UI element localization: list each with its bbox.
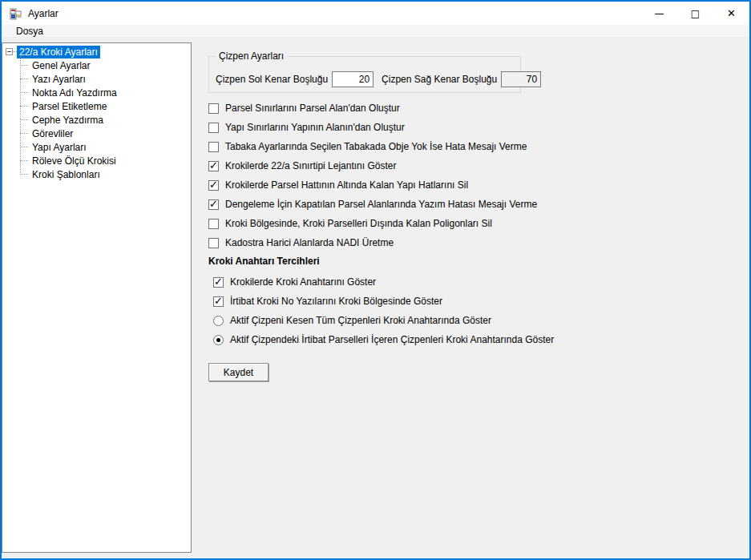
page-title: Ayarlar [28, 8, 59, 19]
left-margin-label: Çizpen Sol Kenar Boşluğu [216, 74, 328, 85]
kroki-anahtari-section-title: Kroki Anahtarı Tercihleri [208, 256, 749, 267]
app-icon [9, 7, 22, 20]
tree-item-roleve-olcu-krokisi[interactable]: Röleve Ölçü Krokisi [2, 154, 191, 167]
checkbox-nadi-uretme[interactable]: Kadostra Harici Alanlarda NADI Üretme [208, 236, 749, 249]
tree-item-22a-kroki-ayarlari[interactable]: 22/a Kroki Ayarları [17, 46, 100, 58]
right-margin-label: Çizpen Sağ Kenar Boşluğu [382, 74, 497, 85]
tree-collapse-icon[interactable]: − [6, 48, 13, 55]
window-controls: — □ ✕ [641, 2, 749, 25]
checkbox-icon [208, 161, 219, 171]
minimize-icon: — [655, 9, 664, 18]
tree-item-genel-ayarlar[interactable]: Genel Ayarlar [2, 58, 191, 72]
tree-item-gorevliler[interactable]: Görevliler [2, 127, 191, 140]
tree-item-parsel-etiketleme[interactable]: Parsel Etiketleme [2, 99, 191, 113]
content-area: − 22/a Kroki Ayarları Genel Ayarlar Yazı… [2, 38, 749, 558]
tree-item-yapi-ayarlari[interactable]: Yapı Ayarları [2, 140, 191, 154]
checkbox-icon [208, 142, 219, 152]
right-margin-input[interactable] [501, 71, 541, 87]
tree-children: Genel Ayarlar Yazı Ayarları Nokta Adı Ya… [2, 58, 191, 181]
radio-icon [213, 316, 224, 326]
checkbox-yapi-hatlarini-sil[interactable]: Krokilerde Parsel Hattının Altında Kalan… [208, 179, 749, 191]
checkbox-tabaka-hata-mesaji[interactable]: Tabaka Ayarlarında Seçilen Tabakada Obje… [208, 140, 749, 153]
settings-window: Ayarlar — □ ✕ Dosya − 22/a Kroki Ayarlar… [0, 0, 751, 560]
checkbox-icon [208, 103, 219, 114]
close-button[interactable]: ✕ [713, 2, 749, 25]
radio-tum-cizpenleri-goster[interactable]: Aktif Çizpeni Kesen Tüm Çizpenleri Kroki… [213, 314, 749, 327]
checkbox-poligonlari-sil[interactable]: Kroki Bölgesinde, Kroki Parselleri Dışın… [208, 217, 749, 230]
checkbox-icon [208, 180, 219, 191]
margin-fields-row: Çizpen Sol Kenar Boşluğu Çizpen Sağ Kena… [216, 71, 520, 87]
main-panel: Çizpen Ayarları Çizpen Sol Kenar Boşluğu… [207, 38, 749, 381]
checkbox-icon [208, 219, 219, 229]
save-button[interactable]: Kaydet [208, 363, 269, 381]
checkbox-irtibat-kroki-no[interactable]: İrtibat Kroki No Yazılarını Kroki Bölges… [213, 295, 749, 308]
checkbox-yapi-sinirlarini-olustur[interactable]: Yapı Sınırlarını Yapının Alanın'dan Oluş… [208, 121, 749, 134]
checkbox-icon [208, 238, 219, 248]
tree-item-kroki-sablonlari[interactable]: Kroki Şablonları [2, 167, 191, 181]
checkbox-icon [208, 123, 219, 133]
cizpen-ayarlari-groupbox: Çizpen Ayarları Çizpen Sol Kenar Boşluğu… [208, 56, 521, 93]
checkbox-sinirtipi-lejanti[interactable]: Krokilerde 22/a Sınırtipi Lejantını Göst… [208, 159, 749, 172]
menu-dosya[interactable]: Dosya [2, 26, 48, 37]
groupbox-title: Çizpen Ayarları [216, 50, 287, 62]
checkbox-kroki-anahtarini-goster[interactable]: Krokilerde Kroki Anahtarını Göster [213, 276, 749, 288]
radio-irtibat-parselleri-goster[interactable]: Aktif Çizpendeki İrtibat Parselleri İçer… [213, 333, 749, 346]
tree-item-yazi-ayarlari[interactable]: Yazı Ayarları [2, 72, 191, 86]
menubar: Dosya [2, 25, 749, 38]
kroki-anahtari-group: Krokilerde Kroki Anahtarını Göster İrtib… [213, 276, 749, 346]
tree-item-nokta-adi-yazdirma[interactable]: Nokta Adı Yazdırma [2, 86, 191, 99]
checkbox-parsel-sinirlarini-olustur[interactable]: Parsel Sınırlarını Parsel Alan'dan Oluşt… [208, 102, 749, 115]
radio-icon [213, 335, 224, 345]
checkbox-dengeleme-yazim-hatasi[interactable]: Dengeleme İçin Kapatılan Parsel Alanları… [208, 198, 749, 211]
checkbox-icon [208, 199, 219, 210]
checkbox-icon [213, 277, 224, 288]
maximize-button[interactable]: □ [677, 2, 713, 25]
titlebar: Ayarlar — □ ✕ [2, 2, 749, 25]
minimize-button[interactable]: — [641, 2, 677, 25]
tree-item-cephe-yazdirma[interactable]: Cephe Yazdırma [2, 113, 191, 127]
maximize-icon: □ [691, 9, 700, 18]
close-icon: ✕ [727, 8, 736, 18]
settings-tree: − 22/a Kroki Ayarları Genel Ayarlar Yazı… [2, 42, 192, 553]
checkbox-icon [213, 296, 224, 307]
tree-root-row: − 22/a Kroki Ayarları [2, 45, 191, 58]
left-margin-input[interactable] [332, 71, 373, 87]
